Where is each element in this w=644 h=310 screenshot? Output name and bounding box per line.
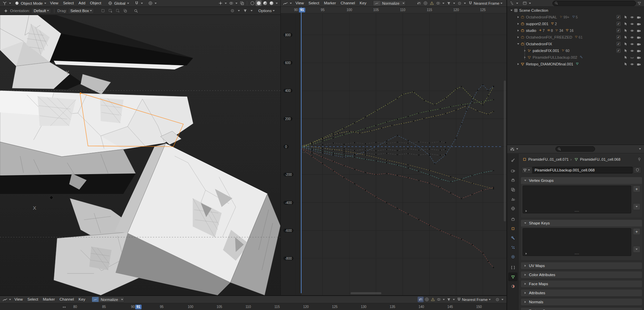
search-icon[interactable]	[133, 8, 139, 14]
camera-visibility-icon[interactable]	[637, 15, 641, 19]
outliner-item-label[interactable]: OctahedronFIX_FREEZED	[526, 35, 572, 39]
timeline-frame-ruler[interactable]: 8085909510010511011512012513013514014515…	[0, 304, 506, 310]
outliner-row[interactable]: PiramideFULLbackup.002	[507, 54, 644, 61]
timeline-type-caret-icon[interactable]	[9, 299, 11, 300]
exclude-checkbox[interactable]: ✓	[616, 49, 621, 53]
disclosure-expanded-icon[interactable]	[524, 222, 527, 225]
outliner-search[interactable]	[552, 1, 636, 6]
properties-tab-scene[interactable]	[508, 195, 518, 203]
transform-pivot-caret-icon[interactable]	[238, 10, 240, 11]
disclosure-collapsed-icon[interactable]	[517, 22, 520, 25]
disclosure-collapsed-icon[interactable]	[524, 264, 527, 267]
eye-icon[interactable]	[630, 22, 634, 26]
eye-closed-icon[interactable]	[630, 55, 634, 60]
list-add-button[interactable]: +	[633, 228, 640, 235]
timeline-pivot-caret-icon[interactable]	[501, 299, 503, 300]
datablock-name-field[interactable]: PiramideFULLbackup.001_cell.068	[532, 167, 633, 173]
list-resize-grip[interactable]: ●●●●	[575, 253, 579, 255]
outliner-display-caret-icon[interactable]	[529, 3, 531, 4]
datablock-browse-button[interactable]	[522, 167, 532, 173]
timeline-overlay-icon[interactable]	[436, 297, 442, 302]
panel-header[interactable]: Normals	[521, 299, 642, 305]
selectable-arrow-icon[interactable]	[624, 49, 628, 53]
properties-tab-render[interactable]	[508, 166, 518, 175]
disclosure-collapsed-icon[interactable]	[524, 292, 527, 295]
gizmo-toggle-icon[interactable]	[217, 0, 223, 6]
outliner-item-label[interactable]: support2.001	[526, 22, 548, 26]
timeline-menu-select[interactable]: Select	[25, 296, 41, 303]
disclosure-collapsed-icon[interactable]	[517, 63, 520, 66]
mode-selector[interactable]: Object Mode	[14, 0, 47, 6]
ui-list[interactable]: ●●●●	[523, 186, 631, 213]
panel-header[interactable]: Face Maps	[521, 280, 642, 287]
outliner-item-label[interactable]: Retopo_DIAMONDfinal.001	[526, 62, 573, 66]
properties-options-caret-icon[interactable]	[639, 148, 641, 150]
selectable-arrow-icon[interactable]	[624, 29, 628, 33]
panel-header[interactable]: Attributes	[521, 290, 642, 296]
active-tool-icon[interactable]	[3, 8, 9, 14]
properties-tab-particles[interactable]	[508, 243, 518, 252]
timeline-snap-mode-dropdown[interactable]: Nearest Frame	[462, 298, 492, 302]
outliner-row[interactable]: OctahedronFINAL99+5✓	[507, 14, 644, 20]
graph-playhead[interactable]	[301, 7, 302, 293]
outliner-search-input[interactable]	[559, 1, 589, 5]
eye-icon[interactable]	[630, 29, 634, 33]
properties-tab-view-layer[interactable]	[508, 185, 518, 194]
transform-pivot-icon[interactable]	[229, 8, 235, 14]
outliner-item-label[interactable]: paticlesFIX.001	[533, 49, 559, 53]
properties-tab-object[interactable]	[508, 224, 518, 233]
list-add-button[interactable]: +	[633, 186, 640, 192]
timeline-proportional-edit-icon[interactable]	[424, 297, 430, 302]
eye-icon[interactable]	[630, 42, 634, 46]
graph-snap-magnet-icon[interactable]	[467, 0, 473, 6]
timeline-overlay-caret-icon[interactable]	[443, 299, 445, 300]
exclude-checkbox[interactable]: ✓	[616, 29, 621, 33]
eye-icon[interactable]	[630, 62, 634, 66]
outliner-item-label[interactable]: studio	[526, 29, 536, 33]
snap-caret-icon[interactable]	[141, 3, 143, 4]
viewport-menu-select[interactable]: Select	[61, 0, 76, 6]
snap-toggle[interactable]	[134, 0, 144, 6]
timeline-filter-caret-icon[interactable]	[453, 299, 455, 300]
camera-visibility-icon[interactable]	[637, 62, 641, 66]
editor-type-properties-icon[interactable]	[509, 146, 515, 152]
outliner-type-caret-icon[interactable]	[516, 3, 518, 4]
graph-filter-funnel-icon[interactable]	[446, 0, 452, 6]
editor-type-caret-icon[interactable]	[9, 3, 11, 4]
disclosure-collapsed-icon[interactable]	[524, 301, 527, 304]
overlays-toggle-icon[interactable]	[228, 0, 234, 6]
pin-icon[interactable]	[637, 157, 641, 161]
editor-type-3d-icon[interactable]	[2, 0, 8, 6]
view-filter-funnel-icon[interactable]	[242, 8, 248, 14]
outliner-row[interactable]: Retopo_DIAMONDfinal.001	[507, 61, 644, 67]
outliner-item-label[interactable]: Scene Collection	[519, 8, 548, 12]
list-specials-button[interactable]	[633, 203, 640, 210]
properties-tab-output[interactable]	[508, 176, 518, 185]
graph-frame-ruler[interactable]: 9095100105110115120125	[281, 7, 506, 13]
selectable-arrow-icon[interactable]	[624, 15, 628, 19]
graph-normalize-toggle[interactable]: Normalize	[373, 0, 406, 6]
camera-visibility-icon[interactable]	[637, 49, 641, 53]
shading-caret-icon[interactable]	[276, 3, 278, 4]
graph-menu-key[interactable]: Key	[357, 0, 369, 6]
eye-icon[interactable]	[630, 35, 634, 40]
graph-auto-merge-warning-icon[interactable]	[429, 0, 435, 6]
selectable-arrow-icon[interactable]	[624, 42, 628, 46]
eye-icon[interactable]	[630, 15, 634, 19]
list-filter-toggle-icon[interactable]	[526, 253, 527, 255]
editor-type-outliner-icon[interactable]	[509, 0, 515, 6]
selectable-arrow-icon[interactable]	[624, 55, 628, 59]
disclosure-collapsed-icon[interactable]	[524, 273, 527, 276]
timeline-normalize-toggle[interactable]: Normalize	[92, 297, 124, 302]
disclosure-expanded-icon[interactable]	[517, 43, 520, 46]
timeline-current-frame-indicator[interactable]: 91	[135, 305, 142, 309]
viewport-canvas[interactable]: Y X	[0, 15, 280, 295]
outliner-row-scene-collection[interactable]: Scene Collection	[507, 7, 644, 14]
graph-filter-caret-icon[interactable]	[453, 3, 455, 4]
outliner-item-label[interactable]: OctahedronFIX	[526, 42, 552, 46]
exclude-checkbox[interactable]: ✓	[616, 42, 621, 46]
outliner-row[interactable]: OctahedronFIX_FREEZED61✓	[507, 34, 644, 41]
disclosure-collapsed-icon[interactable]	[517, 36, 520, 39]
editor-type-graph-icon[interactable]	[282, 0, 288, 6]
graph-pivot-caret-icon[interactable]	[464, 3, 466, 4]
